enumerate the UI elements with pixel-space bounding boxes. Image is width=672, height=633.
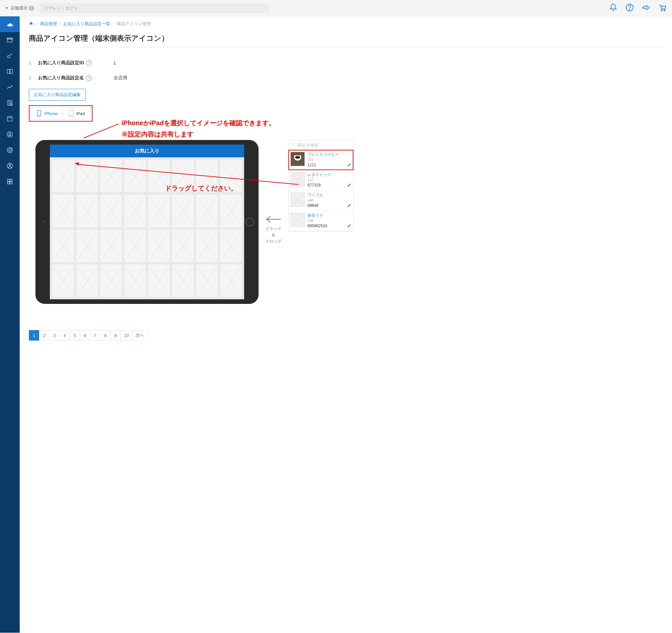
- sidebar-item-cloud[interactable]: [0, 17, 20, 32]
- sidebar-item-receipt[interactable]: [0, 95, 20, 111]
- product-item[interactable]: レタスドッグ137677329: [288, 170, 353, 191]
- edit-pencil-icon[interactable]: [347, 224, 352, 229]
- device-tab-ipad[interactable]: iPad: [63, 107, 90, 120]
- help-icon[interactable]: ?: [86, 75, 92, 81]
- device-tabs-highlight: iPhone iPad: [29, 105, 93, 122]
- page-button[interactable]: 7: [90, 330, 100, 340]
- product-search-input[interactable]: [297, 143, 352, 148]
- grid-slot[interactable]: [100, 194, 122, 228]
- favorites-header: お気に入り: [50, 145, 244, 157]
- grid-slot[interactable]: [52, 229, 74, 262]
- grid-slot[interactable]: [219, 264, 242, 297]
- meta-row-id: 1 お気に入り商品設定ID ? 1: [29, 55, 663, 71]
- pagination: 12345678910次へ: [29, 330, 663, 340]
- meta-row-label: お気に入り商品設定ID ?: [38, 60, 114, 66]
- breadcrumb-link-1[interactable]: 商品管理: [40, 21, 57, 27]
- product-item[interactable]: 抹茶ラテ135685862518: [288, 211, 353, 231]
- sidebar-item-user[interactable]: [0, 127, 20, 142]
- product-thumbnail: [290, 193, 305, 207]
- page-button[interactable]: 10: [120, 330, 132, 340]
- megaphone-icon[interactable]: [642, 3, 650, 13]
- sidebar-item-book[interactable]: [0, 64, 20, 79]
- edit-pencil-icon[interactable]: [347, 162, 352, 168]
- sidebar: [0, 17, 20, 633]
- sidebar-item-chart[interactable]: [0, 79, 20, 95]
- page-title: 商品アイコン管理（端末側表示アイコン）: [29, 33, 663, 43]
- page-button[interactable]: 3: [49, 330, 60, 340]
- breadcrumb-home[interactable]: [29, 21, 33, 27]
- product-name: レタスドッグ: [308, 172, 352, 178]
- grid-slot[interactable]: [219, 194, 242, 228]
- page-next-button[interactable]: 次へ: [132, 330, 148, 340]
- grid-slot[interactable]: [124, 229, 146, 262]
- page-button[interactable]: 9: [110, 330, 121, 340]
- help-icon[interactable]: [625, 3, 634, 13]
- grid-slot[interactable]: [124, 194, 146, 228]
- grid-slot[interactable]: [148, 229, 170, 262]
- breadcrumb-link-2[interactable]: お気に入り商品設定一覧: [63, 21, 110, 27]
- grid-slot[interactable]: [100, 159, 122, 193]
- sidebar-item-box[interactable]: [0, 32, 20, 48]
- breadcrumb-current: 商品アイコン管理: [117, 21, 151, 27]
- meta-row-name: 2 お気に入り商品設定名 ? 全店用: [29, 71, 663, 85]
- grid-slot[interactable]: [124, 264, 146, 297]
- grid-slot[interactable]: [172, 229, 194, 262]
- grid-slot[interactable]: [196, 264, 218, 297]
- grid-slot[interactable]: [100, 229, 122, 262]
- edit-favorites-button[interactable]: お気に入り商品設定編集: [29, 89, 86, 101]
- breadcrumb-sep: /: [113, 22, 114, 27]
- store-selector-label: 店舗選択: [10, 5, 28, 11]
- page-button[interactable]: 1: [29, 330, 39, 340]
- ipad-screen: お気に入り: [50, 145, 244, 299]
- page-button[interactable]: 8: [100, 330, 111, 340]
- device-tab-iphone[interactable]: iPhone: [31, 107, 63, 120]
- sidebar-item-target[interactable]: [0, 142, 20, 158]
- product-id: 135: [308, 218, 352, 223]
- grid-slot[interactable]: [52, 264, 74, 297]
- page-button[interactable]: 4: [59, 330, 70, 340]
- product-search-row: [288, 140, 353, 150]
- help-icon[interactable]: ?: [86, 60, 92, 66]
- main-content: / 商品管理 / お気に入り商品設定一覧 / 商品アイコン管理 商品アイコン管理…: [20, 17, 672, 633]
- top-bar: ▼ 店舗選択 1 スマレジ・カフェ: [0, 0, 672, 17]
- meta-row-label: お気に入り商品設定名 ?: [38, 75, 114, 81]
- tablet-icon: [68, 110, 73, 117]
- grid-slot[interactable]: [76, 264, 98, 297]
- grid-slot[interactable]: [76, 194, 98, 228]
- store-selector[interactable]: ▼ 店舗選択 1: [5, 5, 34, 11]
- grid-slot[interactable]: [219, 229, 242, 262]
- svg-point-14: [9, 164, 11, 166]
- sidebar-item-key[interactable]: [0, 48, 20, 64]
- page-button[interactable]: 5: [70, 330, 80, 340]
- edit-pencil-icon[interactable]: [347, 203, 352, 208]
- sidebar-item-store[interactable]: [0, 111, 20, 127]
- cart-icon[interactable]: [658, 3, 667, 13]
- product-code: 1111: [308, 162, 352, 168]
- meta-row-value: 1: [114, 60, 116, 66]
- bell-icon[interactable]: [609, 3, 618, 13]
- grid-slot[interactable]: [172, 194, 194, 228]
- product-item[interactable]: ワッフル14089648: [288, 191, 353, 211]
- edit-pencil-icon[interactable]: [347, 183, 352, 188]
- page-button[interactable]: 2: [39, 330, 50, 340]
- grid-slot[interactable]: [76, 229, 98, 262]
- meta-row-num: 2: [29, 75, 38, 81]
- grid-slot[interactable]: [124, 159, 146, 193]
- favorites-grid[interactable]: [50, 157, 244, 299]
- meta-row-num: 1: [29, 60, 38, 66]
- ipad-camera-icon: [43, 221, 45, 223]
- annotation-device-note: iPhoneかiPadを選択してイメージを確認できます。 ※設定内容は共有します: [121, 117, 275, 140]
- sidebar-item-profile[interactable]: [0, 158, 20, 174]
- page-button[interactable]: 6: [80, 330, 90, 340]
- product-item[interactable]: ブレンドコーヒー1311111: [288, 150, 353, 170]
- grid-slot[interactable]: [172, 264, 194, 297]
- grid-slot[interactable]: [52, 159, 74, 193]
- grid-slot[interactable]: [148, 194, 170, 228]
- grid-slot[interactable]: [196, 229, 218, 262]
- svg-point-11: [8, 149, 11, 151]
- grid-slot[interactable]: [52, 194, 74, 228]
- sidebar-item-grid[interactable]: [0, 174, 20, 189]
- grid-slot[interactable]: [100, 264, 122, 297]
- grid-slot[interactable]: [148, 264, 170, 297]
- grid-slot[interactable]: [196, 194, 218, 228]
